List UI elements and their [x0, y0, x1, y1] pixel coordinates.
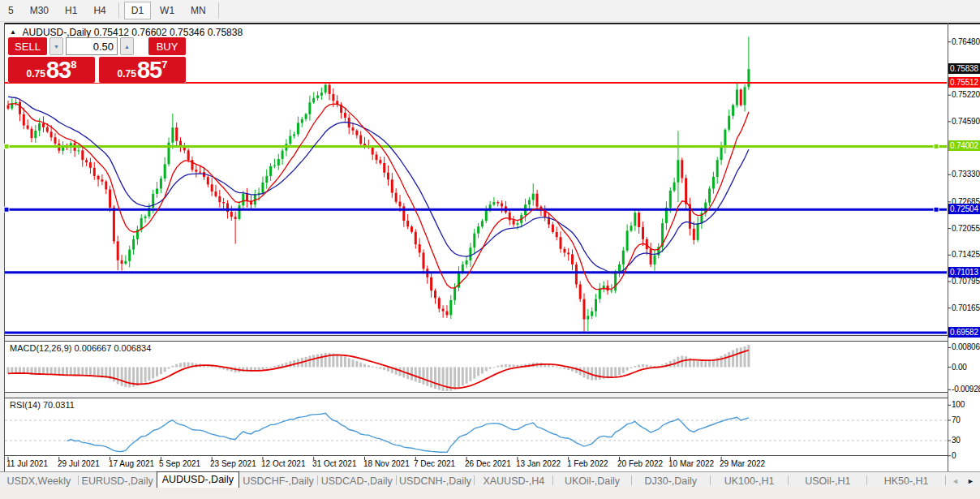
chart-tab-bar: USDX,WeeklyEURUSD-,DailyAUDUSD-,DailyUSD…: [0, 471, 980, 488]
sell-price-button[interactable]: 0.75 83 8: [8, 57, 95, 83]
date-label: 23 Sep 2021: [210, 459, 256, 468]
price-axis-tick-label: 0.76480: [952, 37, 980, 47]
price-badge: 0.71013: [948, 267, 980, 277]
date-label: 5 Sep 2021: [159, 459, 200, 468]
date-label: 13 Jan 2022: [516, 459, 561, 468]
buy-price-big: 85: [137, 58, 161, 82]
horizontal-level-lines: [4, 83, 947, 333]
price-axis-tick-label: 0.70795: [952, 277, 980, 286]
tab-usdcad-daily[interactable]: USDCAD-,Daily: [318, 475, 396, 488]
chart-title: ▲ AUDUSD-,Daily 0.75412 0.76602 0.75346 …: [10, 27, 243, 38]
up-arrow-icon: ▲: [124, 44, 130, 49]
price-axis-tick-label: 0.73330: [952, 170, 980, 179]
rsi-axis-tick-label: 0: [952, 451, 956, 461]
tab-hk50-h1[interactable]: HK50-,H1: [867, 475, 945, 488]
date-label: 1 Feb 2022: [567, 459, 608, 468]
down-arrow-icon: ▼: [54, 44, 59, 49]
axis-tick-marks: [8, 42, 951, 460]
date-label: 10 Mar 2022: [668, 459, 714, 468]
date-label: 31 Oct 2021: [312, 459, 356, 468]
volume-input[interactable]: [66, 37, 118, 55]
price-axis-tick-label: 0.75220: [952, 90, 980, 100]
price-axis-tick-label: 0.74590: [952, 117, 980, 127]
macd-axis-tick-label: 0.008061: [952, 342, 980, 352]
tab-uk100-h1[interactable]: UK100-,H1: [711, 475, 789, 488]
sell-price-sup: 8: [71, 58, 76, 71]
macd-axis-tick-label: -0.00928: [952, 385, 980, 394]
date-label: 11 Jul 2021: [6, 459, 48, 468]
sell-price-big: 83: [46, 58, 71, 82]
rsi-axis-tick-label: 100: [952, 400, 965, 410]
tab-audusd-daily[interactable]: AUDUSD-,Daily: [157, 471, 240, 488]
tab-ukoil-daily[interactable]: UKOil-,Daily: [553, 475, 631, 488]
rsi-axis-tick-label: 30: [952, 436, 961, 445]
tab-usdchf-daily[interactable]: USDCHF-,Daily: [239, 475, 317, 488]
sell-button[interactable]: SELL: [8, 37, 47, 55]
buy-button[interactable]: BUY: [148, 37, 186, 55]
tab-dj30-daily[interactable]: DJ30-,Daily: [632, 475, 710, 488]
price-axis-tick-label: 0.71425: [952, 250, 980, 260]
macd-axis-tick-label: 0.00: [952, 363, 967, 372]
price-badge: 0.69582: [948, 327, 980, 338]
price-badge: 0.74002: [948, 140, 980, 151]
one-click-trade-panel: SELL ▼ ▲ BUY 0.75 83 8 0.75 85 7: [8, 37, 186, 83]
date-label: 29 Jul 2021: [58, 459, 100, 468]
tab-usdx-weekly[interactable]: USDX,Weekly: [0, 475, 78, 488]
date-label: 18 Nov 2021: [363, 459, 410, 468]
moving-averages: [8, 97, 749, 289]
date-label: 17 Aug 2021: [109, 459, 154, 468]
price-badge: 0.75838: [948, 63, 980, 74]
price-axis-tick-label: 0.70165: [952, 303, 980, 313]
price-badge: 0.75512: [948, 77, 980, 88]
collapse-icon[interactable]: ▲: [10, 28, 16, 36]
rsi-axis-tick-label: 70: [952, 415, 961, 425]
tab-eurusd-daily[interactable]: EURUSD-,Daily: [79, 475, 157, 488]
date-label: 26 Dec 2021: [465, 459, 511, 468]
date-label: 7 Dec 2021: [414, 459, 455, 468]
macd-label: MACD(12,26,9) 0.006667 0.006834: [10, 343, 151, 353]
date-label: 12 Oct 2021: [261, 459, 305, 468]
price-axis-tick-label: 0.72055: [952, 224, 980, 234]
tab-scroll-arrows: ◄►: [946, 475, 980, 488]
sell-price-small: 0.75: [27, 68, 45, 80]
tab-usoil-h1[interactable]: USOil-,H1: [789, 475, 866, 488]
rsi-series: [5, 413, 947, 452]
tab-usdcnh-daily[interactable]: USDCNH-,Daily: [397, 475, 475, 488]
date-label: 29 Mar 2022: [720, 459, 765, 468]
chart-symbol-period: AUDUSD-,Daily: [23, 27, 92, 38]
tab-scroll-left-button[interactable]: ◄: [952, 477, 959, 485]
price-badge: 0.72504: [948, 204, 980, 214]
volume-decrease-button[interactable]: ▼: [49, 37, 63, 55]
tab-xauusd-h4[interactable]: XAUUSD-,H4: [475, 475, 552, 488]
buy-price-sup: 7: [161, 58, 167, 71]
tab-scroll-right-button[interactable]: ►: [967, 477, 974, 485]
buy-price-small: 0.75: [118, 68, 136, 80]
volume-increase-button[interactable]: ▲: [120, 37, 134, 55]
buy-price-button[interactable]: 0.75 85 7: [99, 57, 186, 83]
rsi-label: RSI(14) 70.0311: [10, 400, 75, 410]
chart-ohlc-values: 0.75412 0.76602 0.75346 0.75838: [94, 27, 243, 38]
date-label: 20 Feb 2022: [617, 459, 663, 468]
